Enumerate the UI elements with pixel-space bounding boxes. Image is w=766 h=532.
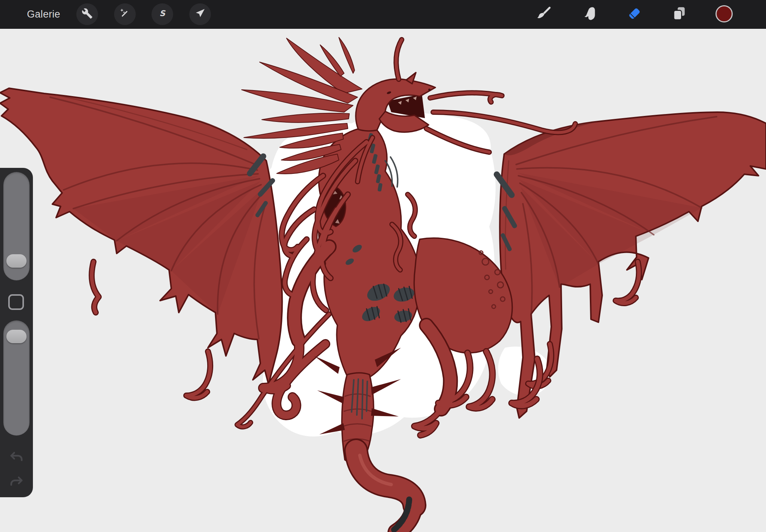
brush-size-slider[interactable]: [3, 172, 30, 280]
wrench-icon: [82, 8, 93, 21]
smudge-tool-button[interactable]: [581, 6, 598, 23]
modify-button[interactable]: [8, 294, 24, 310]
layers-icon: [671, 5, 688, 24]
selection-button[interactable]: S: [151, 3, 173, 25]
procreate-window: Galerie S: [0, 0, 766, 532]
brush-opacity-knob[interactable]: [6, 330, 27, 343]
paint-tool-button[interactable]: [535, 6, 552, 23]
transform-arrow-icon: [194, 8, 206, 21]
canvas-surface[interactable]: [0, 0, 766, 532]
color-swatch-button[interactable]: [716, 5, 733, 22]
eraser-icon: [626, 5, 643, 24]
redo-button[interactable]: [7, 473, 25, 491]
redo-arrow-icon: [8, 473, 25, 491]
left-wing: [0, 88, 282, 384]
dragon-head: [356, 73, 435, 132]
brush-size-knob[interactable]: [6, 254, 27, 268]
actions-button[interactable]: [76, 3, 98, 25]
selection-s-icon: S: [157, 8, 168, 21]
top-toolbar: Galerie S: [0, 0, 766, 29]
brush-sidebar: [0, 168, 33, 497]
undo-arrow-icon: [8, 448, 25, 466]
gallery-button[interactable]: Galerie: [27, 0, 60, 28]
nostril: [428, 89, 431, 91]
erase-tool-button[interactable]: [626, 6, 643, 23]
tail: [356, 450, 414, 532]
dragon-artwork: [0, 0, 766, 532]
svg-text:S: S: [159, 9, 166, 18]
brush-opacity-slider[interactable]: [3, 320, 30, 436]
brush-icon: [535, 5, 552, 24]
magic-wand-icon: [119, 8, 131, 21]
transform-button[interactable]: [189, 3, 211, 25]
smudge-finger-icon: [581, 5, 598, 24]
layers-button[interactable]: [671, 6, 688, 23]
undo-button[interactable]: [7, 448, 25, 466]
adjustments-button[interactable]: [114, 3, 136, 25]
